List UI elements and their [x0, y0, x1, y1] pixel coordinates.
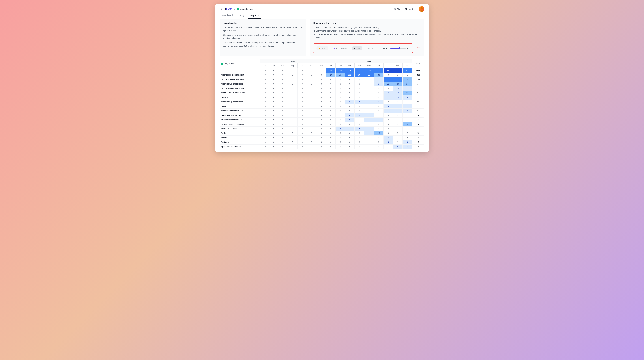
site-name: seogets.com: [240, 8, 252, 10]
data-cell: 0: [278, 100, 288, 104]
data-cell: 0: [306, 109, 316, 113]
data-cell: 2: [393, 136, 402, 140]
threshold-slider[interactable]: [390, 48, 406, 49]
page-cell[interactable]: /features/: [220, 140, 260, 145]
tab-reports[interactable]: Reports: [248, 12, 261, 19]
impressions-button[interactable]: Impressions: [332, 46, 349, 51]
page-cell[interactable]: /blog/google-indexing-script/: [220, 77, 260, 82]
data-cell: 0: [270, 77, 278, 82]
data-cell: 0: [374, 140, 384, 145]
data-cell: 3: [364, 131, 374, 136]
table-row: /blog/case-study-toxic-links...000000000…: [220, 109, 424, 113]
data-cell: 0: [298, 91, 306, 95]
data-cell: 0: [270, 127, 278, 131]
data-cell: 3: [374, 77, 384, 82]
table-row: /tools/website-page-counter/000000000000…: [220, 122, 424, 127]
clicks-dot-icon: [318, 48, 320, 49]
data-cell: 0: [298, 77, 306, 82]
data-cell: 0: [336, 109, 345, 113]
page-cell[interactable]: /roadmap/: [220, 104, 260, 109]
data-cell: 0: [306, 136, 316, 140]
data-cell: 1: [336, 113, 345, 118]
data-cell: 0: [345, 95, 355, 100]
data-cell: 0: [306, 86, 316, 91]
page-cell[interactable]: /affiliates/: [220, 95, 260, 100]
data-cell: 0: [278, 68, 288, 73]
data-cell: 21: [384, 82, 393, 86]
page-cell[interactable]: /about/: [220, 136, 260, 140]
data-cell: 0: [326, 136, 336, 140]
how-to-use-title: How to use this report: [313, 22, 421, 24]
table-row: /roadmap/000000000000095317: [220, 104, 424, 109]
site-indicator[interactable]: seogets.com: [237, 8, 252, 10]
total-cell: 388: [412, 73, 424, 77]
data-cell: 0: [298, 68, 306, 73]
data-cell: 0: [393, 127, 402, 131]
controls-panel: Clicks Impressions Month Week: [313, 44, 413, 53]
how-to-use-steps: Select a time frame that you want to tar…: [313, 26, 421, 40]
data-cell: 0: [298, 86, 306, 91]
data-cell: 122: [345, 73, 355, 77]
data-cell: 0: [355, 122, 364, 127]
total-cell: 17: [412, 104, 424, 109]
page-cell[interactable]: /: [220, 68, 260, 73]
page-cell[interactable]: /blog/case-study-toxic-links...: [220, 109, 260, 113]
data-cell: 0: [355, 82, 364, 86]
data-cell: 455: [402, 68, 412, 73]
page-cell[interactable]: /tools: [220, 131, 260, 136]
data-cell: 0: [288, 127, 298, 131]
data-cell: 0: [374, 95, 384, 100]
data-cell: 6: [384, 136, 393, 140]
data-cell: 4: [393, 145, 402, 149]
week-button[interactable]: Week: [366, 46, 376, 51]
filter-button[interactable]: ⊟ Filter: [392, 7, 403, 11]
data-cell: 0: [384, 113, 393, 118]
tab-dashboard[interactable]: Dashboard: [220, 12, 235, 19]
data-cell: 3: [336, 127, 345, 131]
page-cell[interactable]: /tools/link-extractor: [220, 127, 260, 131]
data-cell: 0: [260, 68, 270, 73]
data-cell: 0: [278, 140, 288, 145]
page-cell[interactable]: /blog/cleanup-pages-report-...: [220, 100, 260, 104]
data-cell: 0: [336, 95, 345, 100]
chevron-icon: ⌃: [416, 8, 417, 10]
data-cell: 0: [336, 131, 345, 136]
page-cell[interactable]: /tools/website-page-counter/: [220, 122, 260, 127]
page-cell[interactable]: /glossary/seed-keyword/: [220, 145, 260, 149]
filter-label: Filter: [397, 8, 401, 10]
data-cell: 0: [355, 136, 364, 140]
data-cell: 0: [270, 68, 278, 73]
data-cell: 0: [298, 82, 306, 86]
header: SEOGets / seogets.com ⊟ Filter 16 months…: [215, 4, 429, 12]
avatar[interactable]: [419, 6, 424, 12]
header-left: SEOGets / seogets.com: [220, 7, 252, 11]
info-section: How it works The heatmap graph shows how…: [215, 19, 429, 59]
page-cell[interactable]: /features/branded-keywords/: [220, 91, 260, 95]
table-row: /blog/cleanup-pages-report-...0000000000…: [220, 82, 424, 86]
page-cell[interactable]: /docs/tracked-keywords: [220, 113, 260, 118]
data-cell: 118: [345, 68, 355, 73]
page-cell[interactable]: /blog/what-are-anonymous-...: [220, 86, 260, 91]
page-cell[interactable]: /blog/cleanup-pages-report-...: [220, 82, 260, 86]
page-cell[interactable]: /blog/case-study-toxic-links...: [220, 118, 260, 122]
data-cell: 3: [355, 113, 364, 118]
data-cell: 0: [316, 109, 326, 113]
month-header-feb-8: Feb: [336, 64, 345, 68]
data-cell: 29: [393, 82, 402, 86]
data-cell: 63: [384, 77, 393, 82]
filter-icon: ⊟: [394, 8, 396, 10]
page-cell[interactable]: /blog/google-indexing-script: [220, 73, 260, 77]
data-cell: 0: [336, 118, 345, 122]
month-button[interactable]: Month: [352, 46, 362, 51]
months-selector[interactable]: 16 months ⌃: [405, 8, 417, 10]
tab-settings[interactable]: Settings: [235, 12, 248, 19]
table-row: /blog/what-are-anonymous-...000000000000…: [220, 86, 424, 91]
clicks-button[interactable]: Clicks: [316, 46, 328, 51]
how-to-use-panel: How to use this report Select a time fra…: [310, 19, 424, 56]
data-cell: 0: [364, 82, 374, 86]
month-header-sep-3: Sep: [288, 64, 298, 68]
data-cell: 0: [260, 109, 270, 113]
data-cell: 0: [298, 73, 306, 77]
data-cell: 0: [298, 127, 306, 131]
month-header-jun-12: Jun: [374, 64, 384, 68]
